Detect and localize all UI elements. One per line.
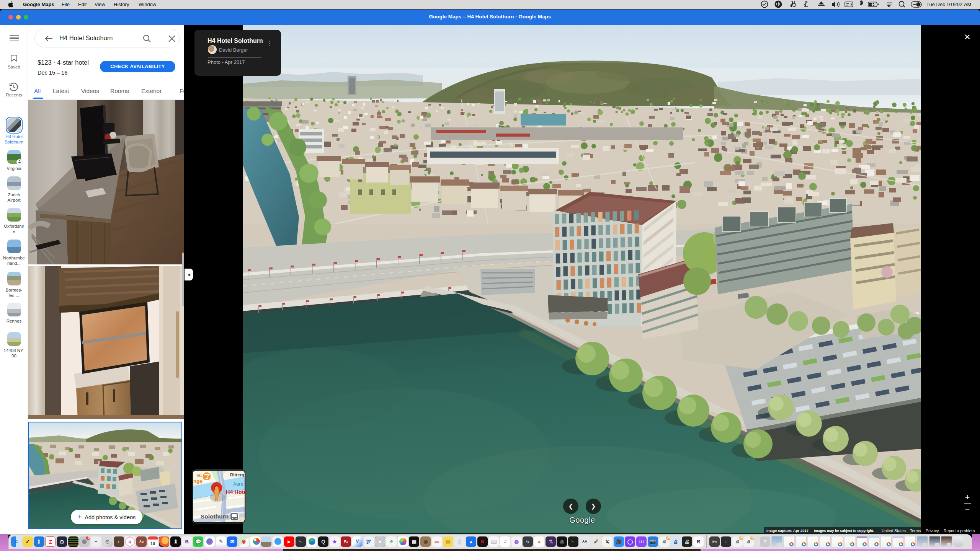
svg-text:H4 Hotel: H4 Hotel bbox=[226, 489, 245, 495]
svg-text:Solothurn: Solothurn bbox=[201, 513, 229, 520]
svg-text:Aare: Aare bbox=[233, 481, 243, 487]
svg-text:Ritterq: Ritterq bbox=[230, 473, 244, 477]
svg-text:nge: nge bbox=[193, 478, 202, 484]
